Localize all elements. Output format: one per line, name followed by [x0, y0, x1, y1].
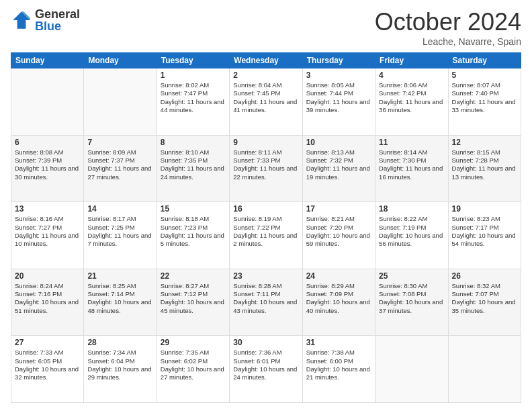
day-info: Sunrise: 8:25 AM: [87, 282, 152, 290]
day-info: Sunrise: 8:27 AM: [161, 282, 226, 290]
day-info: Sunset: 7:39 PM: [15, 156, 80, 165]
day-number: 8: [161, 138, 226, 147]
day-info: Sunset: 6:01 PM: [233, 357, 298, 365]
logo-text: General Blue: [35, 8, 80, 32]
calendar-cell: 23Sunrise: 8:28 AMSunset: 7:11 PMDayligh…: [230, 269, 302, 336]
day-number: 3: [306, 71, 371, 80]
day-info: Sunset: 7:17 PM: [452, 224, 517, 232]
day-info: Daylight: 10 hours and 27 minutes.: [161, 365, 226, 382]
day-info: Sunrise: 8:21 AM: [306, 215, 371, 223]
day-info: Sunset: 6:04 PM: [87, 357, 152, 365]
day-number: 28: [87, 338, 152, 347]
day-info: Sunset: 7:22 PM: [233, 224, 298, 232]
calendar-week-1: 1Sunrise: 8:02 AMSunset: 7:47 PMDaylight…: [11, 68, 521, 136]
day-info: Sunset: 7:20 PM: [306, 224, 371, 232]
day-info: Sunrise: 8:07 AM: [452, 81, 517, 89]
day-info: Daylight: 11 hours and 19 minutes.: [306, 165, 371, 181]
calendar-header-row: SundayMondayTuesdayWednesdayThursdayFrid…: [11, 53, 521, 68]
day-info: Sunrise: 8:15 AM: [452, 148, 517, 156]
day-header-tuesday: Tuesday: [157, 53, 229, 68]
day-info: Daylight: 11 hours and 22 minutes.: [233, 165, 298, 181]
day-info: Sunset: 7:33 PM: [233, 156, 298, 165]
calendar-table: SundayMondayTuesdayWednesdayThursdayFrid…: [11, 52, 521, 403]
day-info: Sunset: 7:32 PM: [306, 156, 371, 165]
calendar-week-3: 13Sunrise: 8:16 AMSunset: 7:27 PMDayligh…: [11, 202, 521, 269]
day-info: Sunset: 6:00 PM: [306, 357, 371, 365]
day-info: Daylight: 10 hours and 21 minutes.: [306, 365, 371, 382]
day-info: Sunset: 7:35 PM: [161, 156, 226, 165]
day-info: Sunrise: 8:05 AM: [306, 81, 371, 89]
day-number: 12: [452, 138, 517, 147]
calendar-cell: 21Sunrise: 8:25 AMSunset: 7:14 PMDayligh…: [84, 269, 157, 336]
day-header-wednesday: Wednesday: [230, 53, 302, 68]
day-info: Sunrise: 8:14 AM: [379, 148, 444, 156]
calendar-cell: 17Sunrise: 8:21 AMSunset: 7:20 PMDayligh…: [302, 202, 375, 269]
day-number: 13: [15, 204, 80, 214]
calendar-cell: [448, 336, 521, 403]
day-number: 10: [306, 138, 371, 147]
calendar-cell: 31Sunrise: 7:38 AMSunset: 6:00 PMDayligh…: [302, 336, 375, 403]
calendar-cell: 2Sunrise: 8:04 AMSunset: 7:45 PMDaylight…: [230, 68, 302, 136]
calendar-cell: 12Sunrise: 8:15 AMSunset: 7:28 PMDayligh…: [448, 135, 521, 202]
day-info: Daylight: 10 hours and 48 minutes.: [87, 298, 152, 315]
day-info: Daylight: 10 hours and 37 minutes.: [379, 298, 444, 315]
day-number: 15: [161, 204, 226, 214]
calendar-cell: [11, 68, 84, 136]
calendar-cell: 19Sunrise: 8:23 AMSunset: 7:17 PMDayligh…: [448, 202, 521, 269]
calendar-cell: 22Sunrise: 8:27 AMSunset: 7:12 PMDayligh…: [157, 269, 229, 336]
day-info: Sunset: 7:23 PM: [161, 224, 226, 232]
day-header-friday: Friday: [375, 53, 448, 68]
day-info: Sunset: 7:08 PM: [379, 290, 444, 298]
day-info: Daylight: 11 hours and 30 minutes.: [15, 165, 80, 181]
day-info: Daylight: 11 hours and 39 minutes.: [306, 98, 371, 115]
calendar-week-2: 6Sunrise: 8:08 AMSunset: 7:39 PMDaylight…: [11, 135, 521, 202]
calendar-cell: [375, 336, 448, 403]
day-info: Sunset: 7:42 PM: [379, 89, 444, 97]
day-info: Daylight: 10 hours and 29 minutes.: [87, 365, 152, 382]
day-info: Sunrise: 8:17 AM: [87, 215, 152, 223]
day-info: Daylight: 10 hours and 45 minutes.: [161, 298, 226, 315]
day-number: 19: [452, 204, 517, 214]
day-info: Sunrise: 8:28 AM: [233, 282, 298, 290]
day-number: 20: [15, 271, 80, 281]
day-number: 29: [161, 338, 226, 347]
day-info: Sunrise: 7:34 AM: [87, 349, 152, 357]
day-info: Daylight: 11 hours and 2 minutes.: [233, 232, 298, 248]
header: General Blue October 2024 Leache, Navarr…: [11, 8, 521, 47]
day-number: 23: [233, 271, 298, 281]
calendar-cell: 18Sunrise: 8:22 AMSunset: 7:19 PMDayligh…: [375, 202, 448, 269]
day-info: Daylight: 11 hours and 33 minutes.: [452, 98, 517, 115]
day-info: Sunset: 7:30 PM: [379, 156, 444, 165]
calendar-cell: 3Sunrise: 8:05 AMSunset: 7:44 PMDaylight…: [302, 68, 375, 136]
day-number: 31: [306, 338, 371, 347]
day-header-saturday: Saturday: [448, 53, 521, 68]
day-number: 2: [233, 71, 298, 80]
day-number: 5: [452, 71, 517, 80]
day-info: Daylight: 11 hours and 5 minutes.: [161, 232, 226, 248]
day-info: Daylight: 10 hours and 40 minutes.: [306, 298, 371, 315]
day-info: Daylight: 10 hours and 24 minutes.: [233, 365, 298, 382]
logo-icon: [11, 9, 32, 31]
day-info: Sunrise: 8:19 AM: [233, 215, 298, 223]
day-info: Sunset: 7:19 PM: [379, 224, 444, 232]
calendar-cell: 1Sunrise: 8:02 AMSunset: 7:47 PMDaylight…: [157, 68, 229, 136]
day-info: Sunset: 7:12 PM: [161, 290, 226, 298]
calendar-week-4: 20Sunrise: 8:24 AMSunset: 7:16 PMDayligh…: [11, 269, 521, 336]
day-number: 1: [161, 71, 226, 80]
calendar-cell: 15Sunrise: 8:18 AMSunset: 7:23 PMDayligh…: [157, 202, 229, 269]
calendar-cell: 29Sunrise: 7:35 AMSunset: 6:02 PMDayligh…: [157, 336, 229, 403]
calendar-cell: 26Sunrise: 8:32 AMSunset: 7:07 PMDayligh…: [448, 269, 521, 336]
calendar-cell: 24Sunrise: 8:29 AMSunset: 7:09 PMDayligh…: [302, 269, 375, 336]
day-header-sunday: Sunday: [11, 53, 84, 68]
day-info: Sunset: 6:05 PM: [15, 357, 80, 365]
day-info: Sunset: 7:25 PM: [87, 224, 152, 232]
day-info: Sunrise: 7:33 AM: [15, 349, 80, 357]
day-number: 18: [379, 204, 444, 214]
calendar-cell: 5Sunrise: 8:07 AMSunset: 7:40 PMDaylight…: [448, 68, 521, 136]
calendar-cell: [84, 68, 157, 136]
day-info: Daylight: 11 hours and 16 minutes.: [379, 165, 444, 181]
day-info: Daylight: 11 hours and 24 minutes.: [161, 165, 226, 181]
day-number: 22: [161, 271, 226, 281]
day-info: Sunrise: 8:22 AM: [379, 215, 444, 223]
day-number: 24: [306, 271, 371, 281]
